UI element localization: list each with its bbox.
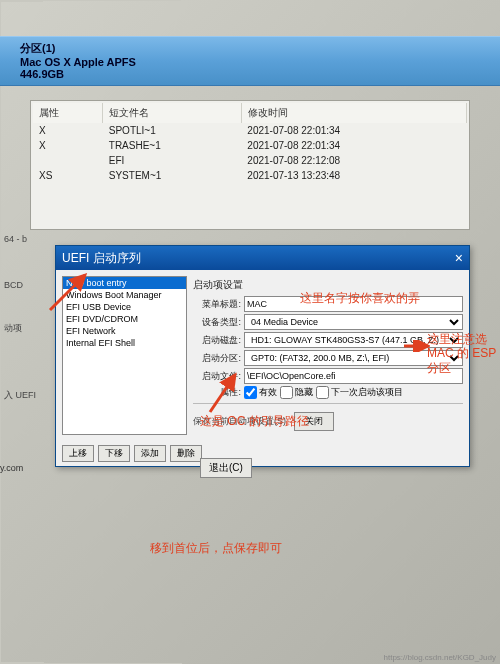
exit-button[interactable]: 退出(C) [200, 458, 252, 478]
table-row[interactable]: EFI2021-07-08 22:12:08 [33, 153, 467, 168]
boot-disk-select[interactable]: HD1: GLOWAY STK480GS3-S7 (447.1 GB, Z:) [244, 332, 463, 348]
boot-part-label: 启动分区: [193, 352, 241, 365]
col-attr[interactable]: 属性 [33, 103, 103, 123]
move-down-button[interactable]: 下移 [98, 445, 130, 462]
hidden-checkbox[interactable] [280, 386, 293, 399]
add-button[interactable]: 添加 [134, 445, 166, 462]
file-table: 属性 短文件名 修改时间 XSPOTLI~12021-07-08 22:01:3… [33, 103, 467, 183]
list-item[interactable]: EFI USB Device [63, 301, 186, 313]
save-note: 保存当前自动项设置(S) [193, 415, 286, 428]
device-type-select[interactable]: 04 Media Device [244, 314, 463, 330]
uefi-boot-dialog: UEFI 启动序列 × New boot entry Windows Boot … [55, 245, 470, 467]
boot-disk-label: 启动磁盘: [193, 334, 241, 347]
list-item[interactable]: Internal EFI Shell [63, 337, 186, 349]
partition-header: 分区(1) Mac OS X Apple APFS 446.9GB [0, 36, 500, 86]
file-list-panel: 属性 短文件名 修改时间 XSPOTLI~12021-07-08 22:01:3… [30, 100, 470, 230]
background-text: y.com [0, 463, 23, 473]
close-button[interactable]: 关闭 [294, 412, 334, 431]
partition-fs: Mac OS X Apple APFS [20, 56, 480, 68]
table-row[interactable]: XTRASHE~12021-07-08 22:01:34 [33, 138, 467, 153]
valid-checkbox[interactable] [244, 386, 257, 399]
table-row[interactable]: XSPOTLI~12021-07-08 22:01:34 [33, 123, 467, 138]
watermark: https://blog.csdn.net/KGD_Judy [383, 653, 496, 662]
delete-button[interactable]: 删除 [170, 445, 202, 462]
list-item[interactable]: Windows Boot Manager [63, 289, 186, 301]
list-item[interactable]: New boot entry [63, 277, 186, 289]
dialog-titlebar[interactable]: UEFI 启动序列 × [56, 246, 469, 270]
boot-file-label: 启动文件: [193, 370, 241, 383]
list-item[interactable]: EFI Network [63, 325, 186, 337]
attrs-label: 属性: [193, 386, 241, 399]
partition-title: 分区(1) [20, 41, 480, 56]
list-buttons: 上移 下移 添加 删除 [56, 441, 469, 466]
menu-title-label: 菜单标题: [193, 298, 241, 311]
background-toolbar: 64 - b BCD 动项 入 UEFI [0, 232, 50, 404]
boot-partition-select[interactable]: GPT0: (FAT32, 200.0 MB, Z:\, EFI) [244, 350, 463, 366]
partition-size: 446.9GB [20, 68, 480, 80]
dialog-title: UEFI 启动序列 [62, 250, 141, 267]
next-once-checkbox[interactable] [316, 386, 329, 399]
list-item[interactable]: EFI DVD/CDROM [63, 313, 186, 325]
device-type-label: 设备类型: [193, 316, 241, 329]
col-modtime[interactable]: 修改时间 [241, 103, 466, 123]
menu-title-input[interactable] [244, 296, 463, 312]
boot-file-input[interactable] [244, 368, 463, 384]
table-row[interactable]: XSSYSTEM~12021-07-13 13:23:48 [33, 168, 467, 183]
boot-entry-list[interactable]: New boot entry Windows Boot Manager EFI … [62, 276, 187, 435]
close-icon[interactable]: × [455, 250, 463, 266]
move-up-button[interactable]: 上移 [62, 445, 94, 462]
col-shortname[interactable]: 短文件名 [103, 103, 242, 123]
group-title: 启动项设置 [193, 276, 463, 294]
